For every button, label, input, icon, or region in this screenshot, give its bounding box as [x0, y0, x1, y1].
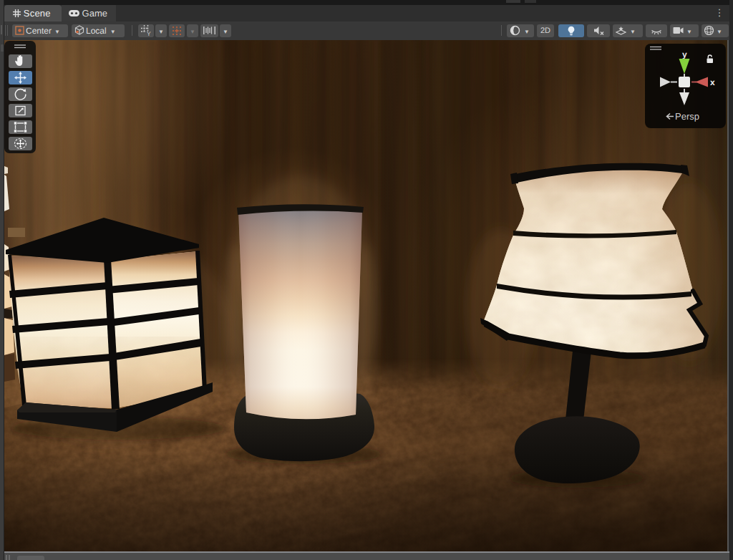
svg-text:Persp: Persp — [675, 111, 699, 122]
svg-text:Y: Y — [147, 30, 151, 36]
svg-text:x: x — [710, 77, 715, 87]
svg-text:y: y — [682, 49, 687, 59]
